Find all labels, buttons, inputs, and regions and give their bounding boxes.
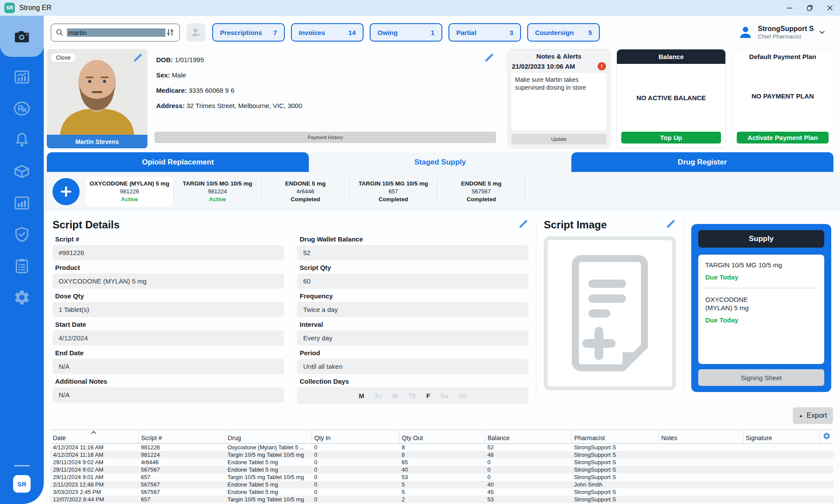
column-balance[interactable]: Balance (485, 430, 571, 444)
tab-drug-register[interactable]: Drug Register (571, 152, 833, 172)
sidebar-item-camera[interactable] (0, 16, 44, 57)
tab-opioid-replacement[interactable]: Opioid Replacement (47, 152, 309, 172)
column-script[interactable]: Script # (138, 430, 225, 444)
collection-day[interactable]: Su (458, 392, 467, 399)
filter-button[interactable]: Prescriptions 7 (212, 23, 285, 42)
close-patient-button[interactable]: Close (50, 52, 76, 63)
maximize-button[interactable] (800, 0, 820, 16)
column-qty-out[interactable]: Qty Out (399, 430, 485, 444)
field-value[interactable]: Twice a day (297, 302, 528, 317)
cell-signature (743, 496, 819, 503)
field-value[interactable]: 4/12/2024 (52, 330, 284, 346)
collection-day[interactable]: Sa (440, 392, 448, 399)
field-value[interactable]: 52 (297, 245, 528, 260)
table-row[interactable]: 29/11/2024 9:01 AM 657 Targin 10/5 mg Ta… (50, 473, 833, 481)
minimize-button[interactable] (780, 0, 800, 16)
column-drug[interactable]: Drug (225, 430, 312, 444)
notes-alerts-panel: Notes & Alerts 21/02/2023 10:06 AM ! Mak… (508, 49, 610, 148)
sidebar-item-prescriptions[interactable]: R (0, 93, 44, 124)
payment-history-button[interactable]: Payment History (154, 132, 496, 143)
cell-script: 567567 (138, 488, 225, 496)
search-icon (56, 28, 63, 36)
medication-chip[interactable]: ENDONE 5 mg 567567 Completed (438, 177, 525, 206)
medication-chip[interactable]: OXYCODONE (MYLAN) 5 mg 981226 Active (86, 177, 174, 206)
sidebar-logo[interactable]: SR (13, 475, 31, 493)
collection-day[interactable]: Th (408, 392, 416, 399)
cell-qty-out: 40 (399, 466, 485, 473)
user-menu[interactable]: StrongSupport S Chief Pharmacist (738, 24, 832, 40)
vertical-divider (683, 220, 684, 396)
payment-plan-status: NO PAYMENT PLAN (732, 60, 833, 132)
sidebar-item-notifications[interactable] (0, 124, 44, 156)
collection-days-field: Collection Days M Tu W Th (297, 378, 528, 404)
sidebar-item-reports[interactable] (0, 187, 44, 219)
field-value[interactable]: 1 Tablet(s) (52, 302, 284, 317)
edit-script-image-pencil-icon[interactable] (665, 219, 676, 229)
activate-payment-plan-button[interactable]: Activate Payment Plan (737, 132, 829, 144)
cell-date: 12/07/2022 8:44 PM (50, 496, 138, 503)
collection-days-label: Collection Days (300, 378, 528, 385)
cell-actions (819, 466, 833, 473)
edit-script-pencil-icon[interactable] (518, 219, 528, 229)
field-value[interactable]: Every day (297, 330, 528, 346)
add-medication-button[interactable] (52, 178, 80, 205)
medication-chip[interactable]: TARGIN 10/5 MG 10/5 mg 657 Completed (350, 177, 438, 206)
cell-signature (743, 444, 819, 452)
filter-button[interactable]: Partial 3 (448, 23, 521, 42)
script-details-section: Script Details Script # #981226 (52, 219, 528, 402)
signing-sheet-button[interactable]: Signing Sheet (698, 369, 824, 386)
cell-drug: Endone Tablet 5 mg (225, 488, 312, 496)
field-value[interactable]: N/A (52, 387, 284, 402)
script-image-placeholder[interactable] (544, 236, 676, 390)
close-button[interactable] (820, 0, 840, 16)
top-up-button[interactable]: Top Up (621, 132, 721, 144)
search-input[interactable]: martin (51, 24, 180, 42)
tab-staged-supply[interactable]: Staged Supply (309, 152, 571, 172)
filter-sliders-icon[interactable] (165, 28, 175, 37)
collection-day[interactable]: Tu (374, 392, 382, 399)
collection-day[interactable]: W (392, 392, 398, 399)
table-row[interactable]: 2/11/2023 12:48 PM 567567 Endone Tablet … (50, 481, 833, 488)
collection-day[interactable]: F (426, 392, 430, 399)
column-notes[interactable]: Notes (658, 430, 743, 444)
table-row[interactable]: 4/12/2024 11:16 AM 981224 Targin 10/5 mg… (50, 451, 833, 458)
column-pharmacist[interactable]: Pharmacist (571, 430, 658, 444)
table-row[interactable]: 4/12/2024 11:16 AM 981226 Oxycodone (Myl… (50, 444, 833, 452)
field-label: Frequency (300, 292, 528, 300)
table-settings-button[interactable] (819, 430, 833, 444)
sidebar-item-compliance[interactable] (0, 219, 44, 250)
table-row[interactable]: 3/03/2023 2:45 PM 567567 Endone Tablet 5… (50, 488, 833, 496)
column-qty-in[interactable]: Qty In (312, 430, 399, 444)
field-value[interactable]: 60 (297, 273, 528, 289)
filter-button[interactable]: Invoices 14 (291, 23, 364, 42)
field-value[interactable]: #981226 (52, 245, 284, 260)
filter-button[interactable]: Countersign 5 (527, 23, 600, 42)
field-label: Product (55, 264, 284, 271)
collection-day[interactable]: M (359, 392, 364, 399)
filter-button[interactable]: Owing 1 (370, 23, 442, 42)
medication-chip[interactable]: TARGIN 10/5 MG 10/5 mg 981224 Active (174, 177, 262, 206)
column-signature[interactable]: Signature (743, 430, 819, 444)
sidebar-item-settings[interactable] (0, 282, 44, 313)
column-date[interactable]: Date (50, 430, 138, 444)
field-value[interactable]: OXYCODONE (MYLAN) 5 mg (52, 273, 284, 289)
cell-date: 29/11/2024 9:02 AM (50, 458, 138, 466)
table-row[interactable]: 29/11/2024 9:02 AM 567567 Endone Tablet … (50, 466, 833, 473)
filter-button-label: Countersign (535, 29, 574, 36)
sidebar-item-inventory[interactable] (0, 156, 44, 187)
field-value[interactable]: Until all taken (297, 359, 528, 374)
field-value[interactable]: N/A (52, 359, 284, 374)
export-button[interactable]: ▲ Export (793, 407, 833, 424)
edit-patient-pencil-icon[interactable] (484, 52, 494, 63)
cell-script: 981224 (138, 451, 225, 458)
sidebar-item-analytics[interactable] (0, 61, 44, 93)
cell-qty-in: 0 (312, 488, 399, 496)
cell-drug: Targin 10/5 mg Tablet 10/5 mg (225, 473, 312, 481)
table-row[interactable]: 12/07/2022 8:44 PM 657 Targin 10/5 mg Ta… (50, 496, 833, 503)
table-row[interactable]: 29/11/2024 9:02 AM 4r6446 Endone Tablet … (50, 458, 833, 466)
medication-chip[interactable]: ENDONE 5 mg 4r6446 Completed (262, 177, 350, 206)
add-patient-button[interactable] (187, 23, 205, 42)
sidebar-item-records[interactable] (0, 250, 44, 282)
edit-photo-pencil-icon[interactable] (133, 52, 143, 63)
update-note-button[interactable]: Update (511, 134, 606, 144)
